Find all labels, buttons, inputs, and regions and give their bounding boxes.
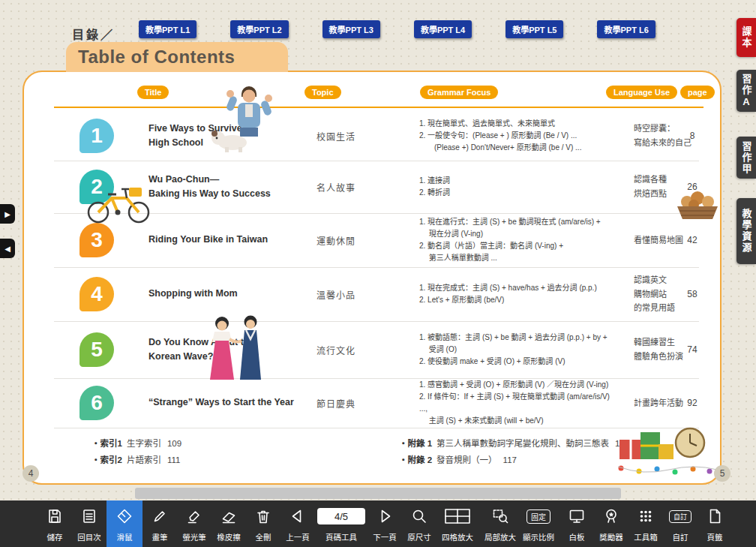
unit-grammar-focus: 1. 現在完成式：主詞 (S) + have/has + 過去分詞 (p.p.)… [419,282,616,306]
tool-eraser[interactable]: 橡皮擦 [212,500,246,547]
ppt-button-l3[interactable]: 教學PPT L3 [322,20,380,38]
horizontal-scrollbar[interactable] [135,488,621,499]
photo-bicycle [82,179,154,228]
tool-reward[interactable]: 獎勵器 [594,500,628,547]
pen-icon [151,506,169,526]
zoom-original-icon [410,506,428,526]
column-header-title: Title [137,86,169,99]
partial-zoom-icon [491,506,509,526]
ppt-button-l5[interactable]: 教學PPT L5 [506,20,563,38]
index-notes: ・索引1生字索引109 ・索引2片語索引111 [92,435,182,469]
unit-number-badge: 6 [80,386,114,420]
save-icon [46,506,64,526]
tool-partial-zoom[interactable]: 局部放大 [483,500,518,547]
tool-original-size[interactable]: 原尺寸 [402,500,436,547]
unit-topic: 溫馨小品 [316,288,380,301]
page-back-arrow-left[interactable]: ◀ [0,239,15,258]
unit-title: Riding Your Bike in Taiwan [148,233,278,247]
toc-row-unit1[interactable]: 1 Five Ways to SurviveHigh School 校園生活 1… [24,113,723,159]
unit-grammar-focus: 1. 感官動詞 + 受詞 (O) + 原形動詞 (V) ／現在分詞 (V-ing… [419,379,616,427]
header-rule [54,107,704,108]
ppt-button-l1[interactable]: 教學PPT L1 [139,20,196,38]
page-title-zh: 目錄／ [72,25,115,43]
unit-page-number: 92 [681,398,704,408]
column-header-page: page [680,86,715,99]
unit-page-number: 8 [681,131,704,141]
ppt-button-l2[interactable]: 教學PPT L2 [230,20,288,38]
page-indicator-input[interactable]: 4/5 [317,508,365,524]
unit-page-number: 42 [681,235,704,245]
unit-page-number: 58 [681,289,704,299]
tool-highlighter[interactable]: 螢光筆 [177,500,212,547]
side-tab-workbook-a[interactable]: 習作A [736,70,756,112]
page-number-left: 4 [22,465,39,482]
tool-toolbox[interactable]: 工具箱 [628,500,663,547]
page-number-right: 5 [714,465,730,482]
eraser-icon [220,506,238,526]
appendix-note-1: ・附錄 1第三人稱單數動詞字尾變化規則、動詞三態表112 [399,435,628,452]
unit-grammar-focus: 1. 現在簡單式、過去簡單式、未來簡單式2. 一般使令句：(Please + )… [419,118,616,154]
page-title-en: Table of Contents [78,47,235,68]
column-header-language-use: Language Use [606,86,677,99]
unit-topic: 校園生活 [316,130,380,143]
ppt-button-l6[interactable]: 教學PPT L6 [597,20,655,38]
display-ratio-badge: 固定 [526,509,550,524]
whiteboard-icon [568,506,586,526]
prev-page-icon [289,506,307,526]
side-tab-workbook-jia[interactable]: 習作甲 [736,137,756,179]
tool-page-indicator[interactable]: 4/5 頁碼工具 [315,500,368,547]
side-tab-teaching-resources[interactable]: 教學資源 [736,198,756,264]
bookmark-page-icon [706,506,724,526]
page-title-tab: Table of Contents [66,42,288,72]
unit-grammar-focus: 1. 被動語態：主詞 (S) + be 動詞 + 過去分詞 (p.p.) + b… [419,332,616,368]
tool-pen[interactable]: 畫筆 [142,500,177,547]
photo-bread-basket [674,186,722,225]
tool-delete-all[interactable]: 全刪 [246,500,280,547]
unit-topic: 名人故事 [316,181,380,194]
tool-custom[interactable]: 自訂 自訂 [663,500,698,547]
column-header-grammar: Grammar Focus [420,86,498,99]
ebook-reader-window: 教學PPT L1 教學PPT L2 教學PPT L3 教學PPT L4 教學PP… [0,0,756,547]
highlighter-icon [185,506,203,526]
unit-topic: 運動休閒 [316,234,380,247]
unit-grammar-focus: 1. 現在進行式：主詞 (S) + be 動詞現在式 (am/are/is) +… [419,216,616,264]
unit-topic: 流行文化 [316,344,380,356]
tool-page-tab[interactable]: 頁籤 [698,500,732,547]
toolbox-grid-icon [637,506,655,526]
unit-grammar-focus: 1. 連接詞2. 轉折詞 [419,175,616,199]
ppt-button-l4[interactable]: 教學PPT L4 [414,20,472,38]
unit-number-badge: 4 [80,277,114,311]
ppt-button-bar: 教學PPT L1 教學PPT L2 教學PPT L3 教學PPT L4 教學PP… [139,20,656,38]
tool-prev-page[interactable]: 上一頁 [280,500,315,547]
mouse-icon [116,506,134,526]
tool-back-to-toc[interactable]: 回目次 [72,500,106,547]
appendix-note-2: ・附錄 2發音規則（一）117 [399,452,628,468]
unit-title: “Strange” Ways to Start the Year [148,395,298,410]
tool-save[interactable]: 儲存 [38,500,72,547]
tool-next-page[interactable]: 下一頁 [368,500,402,547]
unit-page-number: 74 [681,344,704,355]
index-note-2: ・索引2片語索引111 [92,452,182,468]
side-tab-textbook[interactable]: 課本 [736,18,756,57]
unit-title: Shopping with Mom [148,287,278,301]
toc-row-unit5[interactable]: 5 Do You Know About theKorean Wave? 流行文化… [24,323,723,377]
unit-number-badge: 5 [80,332,114,367]
unit-title: Wu Pao-Chun—Baking His Way to Success [148,173,278,202]
reward-star-icon [602,506,620,526]
toc-row-unit4[interactable]: 4 Shopping with Mom 溫馨小品 1. 現在完成式：主詞 (S)… [24,269,723,320]
custom-box-icon: 自訂 [669,510,692,523]
panel-expand-arrow[interactable]: ▶ [0,204,15,224]
photo-korean-couple [201,314,276,386]
toc-icon [80,506,98,526]
row-divider [54,321,699,322]
tool-whiteboard[interactable]: 白板 [560,500,594,547]
tool-mouse[interactable]: 滑鼠 [106,500,142,547]
row-divider [54,267,699,268]
unit-topic: 節日慶典 [316,397,380,410]
tool-four-grid-zoom[interactable]: 四格放大 [436,500,478,547]
tool-display-ratio[interactable]: 固定 顯示比例 [518,500,560,547]
row-divider [54,161,699,161]
four-grid-icon [444,506,471,526]
next-page-icon [376,506,394,526]
appendix-notes: ・附錄 1第三人稱單數動詞字尾變化規則、動詞三態表112 ・附錄 2發音規則（一… [399,435,628,469]
